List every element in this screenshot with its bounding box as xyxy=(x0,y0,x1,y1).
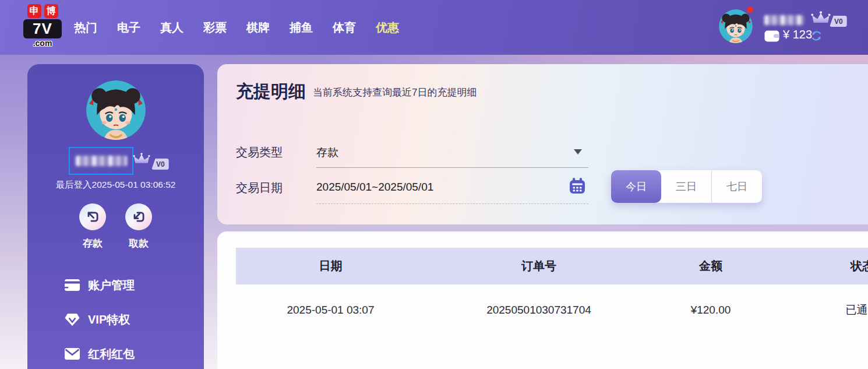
logo-text: 7V xyxy=(23,19,62,38)
transaction-date-input[interactable]: 2025/05/01~2025/05/01 xyxy=(316,181,433,194)
filters-panel: 充提明细 当前系统支持查询最近7日的充提明细 交易类型 存款 交易日期 2025… xyxy=(217,64,868,224)
profile-username-selection[interactable] xyxy=(69,147,133,175)
nav-item-hot[interactable]: 热门 xyxy=(74,20,97,36)
red-packet-icon xyxy=(65,348,80,360)
table-header: 日期 订单号 金额 状态 xyxy=(236,248,868,284)
column-header-status: 状态 xyxy=(769,258,868,274)
deposit-icon xyxy=(79,203,106,230)
sidebar-item-account[interactable]: 账户管理 xyxy=(27,274,204,296)
page-title: 充提明细 xyxy=(236,82,306,101)
date-range-group: 今日 三日 七日 xyxy=(611,170,762,203)
transaction-date-label: 交易日期 xyxy=(236,180,283,196)
profile-username-blurred xyxy=(76,156,127,166)
nav-item-promotions[interactable]: 优惠 xyxy=(376,20,399,36)
nav-item-cards[interactable]: 棋牌 xyxy=(246,20,270,36)
vip-crown-icon xyxy=(811,11,831,26)
cell-amount: ¥120.00 xyxy=(652,304,769,317)
page: 申 博 7V .com 热门 电子 真人 彩票 棋牌 捕鱼 体育 优惠 V0 xyxy=(0,0,868,369)
chevron-down-icon[interactable] xyxy=(574,149,582,154)
vip-level-badge: V0 xyxy=(151,159,169,170)
withdraw-icon xyxy=(125,203,152,230)
cell-status: 已通过 xyxy=(769,303,868,318)
cell-date: 2025-05-01 03:07 xyxy=(236,304,425,317)
range-3days-button[interactable]: 三日 xyxy=(661,170,712,203)
withdraw-label: 取款 xyxy=(125,237,152,250)
nav-item-sports[interactable]: 体育 xyxy=(333,20,356,36)
user-avatar[interactable] xyxy=(719,9,753,43)
sidebar-item-bonus[interactable]: 红利红包 xyxy=(27,343,204,365)
logo-badge-right: 博 xyxy=(44,4,58,18)
vip-level-badge: V0 xyxy=(830,16,847,27)
site-logo[interactable]: 申 博 7V .com xyxy=(23,4,62,48)
column-header-amount: 金额 xyxy=(652,258,769,274)
last-login-text: 最后登入2025-05-01 03:06:52 xyxy=(27,179,204,191)
nav-item-slots[interactable]: 电子 xyxy=(117,20,140,36)
transaction-type-label: 交易类型 xyxy=(236,145,283,160)
deposit-button[interactable]: 存款 xyxy=(79,203,106,250)
cell-order-number: 20250501030731704 xyxy=(425,304,652,317)
sidebar-item-label: 账户管理 xyxy=(88,277,135,293)
records-panel: 日期 订单号 金额 状态 2025-05-01 03:07 2025050103… xyxy=(217,231,868,369)
notification-dot xyxy=(747,6,753,13)
title-row: 充提明细 当前系统支持查询最近7日的充提明细 xyxy=(236,82,477,101)
column-header-date: 日期 xyxy=(236,258,425,274)
sidebar: V0 最后登入2025-05-01 03:06:52 存款 取款 xyxy=(27,64,204,369)
username-blurred xyxy=(764,15,804,25)
vip-gem-icon xyxy=(65,313,80,326)
wallet-icon xyxy=(764,30,779,42)
table-row: 2025-05-01 03:07 20250501030731704 ¥120.… xyxy=(236,284,868,336)
type-underline xyxy=(316,167,588,168)
top-nav-bar: 申 博 7V .com 热门 电子 真人 彩票 棋牌 捕鱼 体育 优惠 V0 xyxy=(0,0,868,55)
refresh-balance-icon[interactable] xyxy=(811,30,822,41)
logo-tld: .com xyxy=(23,39,62,48)
balance-amount: ¥ 123 xyxy=(783,28,812,41)
sidebar-menu: 账户管理 VIP特权 红利红包 xyxy=(27,274,204,365)
range-today-button[interactable]: 今日 xyxy=(611,170,661,203)
vip-crown-icon xyxy=(133,153,150,166)
logo-badge-left: 申 xyxy=(27,4,41,18)
sidebar-item-label: 红利红包 xyxy=(88,346,135,362)
column-header-order: 订单号 xyxy=(425,258,652,274)
transaction-type-select[interactable]: 存款 xyxy=(316,145,338,160)
sidebar-item-vip[interactable]: VIP特权 xyxy=(27,308,204,331)
range-7days-button[interactable]: 七日 xyxy=(712,170,762,203)
date-underline xyxy=(316,203,588,204)
quick-actions: 存款 取款 xyxy=(79,203,152,250)
deposit-label: 存款 xyxy=(79,237,106,250)
page-subtitle: 当前系统支持查询最近7日的充提明细 xyxy=(313,86,477,101)
withdraw-button[interactable]: 取款 xyxy=(125,203,152,250)
nav-item-live[interactable]: 真人 xyxy=(160,20,184,36)
bank-card-icon xyxy=(65,279,80,291)
profile-avatar xyxy=(86,80,146,140)
nav-item-lottery[interactable]: 彩票 xyxy=(203,20,227,36)
calendar-icon[interactable] xyxy=(569,177,586,195)
nav-item-fishing[interactable]: 捕鱼 xyxy=(290,20,313,36)
sidebar-item-label: VIP特权 xyxy=(88,312,130,328)
main-menu: 热门 电子 真人 彩票 棋牌 捕鱼 体育 优惠 xyxy=(74,0,399,55)
records-table: 日期 订单号 金额 状态 2025-05-01 03:07 2025050103… xyxy=(236,248,868,336)
